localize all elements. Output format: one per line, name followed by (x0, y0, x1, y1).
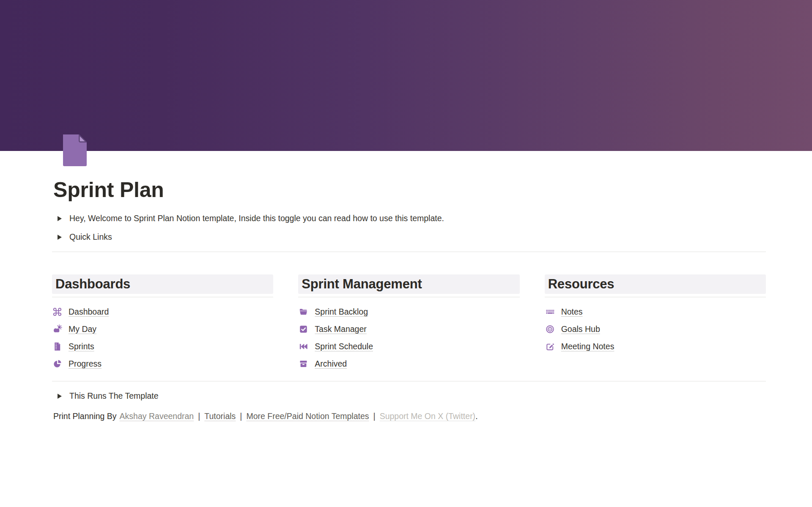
link-item-my-day[interactable]: My Day (52, 321, 273, 338)
footer-link-akshay-raveendran[interactable]: Akshay Raveendran (120, 411, 194, 421)
footer-link-more-templates[interactable]: More Free/Paid Notion Templates (246, 411, 369, 421)
link-label: Archived (315, 359, 347, 369)
link-item-meeting-notes[interactable]: Meeting Notes (545, 338, 766, 355)
link-label: Task Manager (315, 324, 366, 334)
link-item-task-manager[interactable]: Task Manager (298, 321, 519, 338)
column-dashboards: Dashboards Dashboard (52, 274, 273, 373)
open-folder-icon (298, 307, 309, 317)
column-sprint-management: Sprint Management Sprint Backlog (298, 274, 519, 373)
link-label: Dashboard (69, 307, 109, 317)
toggle-triangle-icon[interactable] (58, 394, 62, 399)
rewind-icon (298, 341, 309, 352)
divider (545, 297, 766, 297)
section-header-dashboards: Dashboards (52, 274, 273, 294)
columns: Dashboards Dashboard (52, 274, 766, 373)
link-label: Notes (561, 307, 583, 317)
link-label: Meeting Notes (561, 342, 614, 351)
divider (52, 252, 766, 252)
footer-suffix: . (475, 411, 477, 421)
keyboard-icon (545, 307, 555, 317)
command-icon (52, 307, 63, 317)
page-content: Sprint Plan Hey, Welcome to Sprint Plan … (52, 151, 766, 426)
toggle-triangle-icon[interactable] (58, 216, 62, 221)
link-label: Sprint Schedule (315, 342, 373, 351)
divider (52, 297, 273, 297)
toggle-quick-links-text: Quick Links (69, 232, 112, 242)
link-label: Sprint Backlog (315, 307, 368, 317)
link-item-archived[interactable]: Archived (298, 355, 519, 373)
target-icon (545, 324, 555, 334)
journal-page-icon (52, 341, 63, 352)
link-label: Progress (69, 359, 102, 369)
sun-behind-cloud-icon (52, 324, 63, 334)
cover-image (0, 0, 812, 151)
section-header-sprint-management: Sprint Management (298, 274, 519, 294)
archive-box-icon (298, 359, 309, 369)
footer-link-support-twitter[interactable]: Support Me On X (Twitter) (380, 411, 476, 421)
toggle-runs-template[interactable]: This Runs The Template (52, 387, 766, 406)
column-resources: Resources Notes (545, 274, 766, 373)
toggle-welcome[interactable]: Hey, Welcome to Sprint Plan Notion templ… (52, 209, 766, 228)
footer-link-tutorials[interactable]: Tutorials (204, 411, 236, 421)
divider (298, 297, 519, 297)
footer-separator: | (373, 411, 376, 421)
divider (52, 381, 766, 381)
link-item-sprints[interactable]: Sprints (52, 338, 273, 355)
footer-credits: Print Planning ByAkshay Raveendran|Tutor… (53, 407, 766, 426)
link-item-sprint-schedule[interactable]: Sprint Schedule (298, 338, 519, 355)
compose-edit-icon (545, 341, 555, 352)
link-item-notes[interactable]: Notes (545, 303, 766, 321)
toggle-quick-links[interactable]: Quick Links (52, 228, 766, 247)
link-item-sprint-backlog[interactable]: Sprint Backlog (298, 303, 519, 321)
toggle-triangle-icon[interactable] (58, 235, 62, 240)
page-title[interactable]: Sprint Plan (53, 178, 766, 203)
link-item-goals-hub[interactable]: Goals Hub (545, 321, 766, 338)
footer-separator: | (198, 411, 200, 421)
checked-checkbox-icon (298, 324, 309, 334)
link-item-progress[interactable]: Progress (52, 355, 273, 373)
link-label: My Day (69, 324, 96, 334)
link-item-dashboard[interactable]: Dashboard (52, 303, 273, 321)
section-header-resources: Resources (545, 274, 766, 294)
link-label: Goals Hub (561, 324, 600, 334)
footer-prefix: Print Planning By (53, 411, 117, 421)
toggle-welcome-text: Hey, Welcome to Sprint Plan Notion templ… (69, 214, 444, 223)
toggle-runs-template-text: This Runs The Template (69, 391, 159, 401)
pie-chart-icon (52, 359, 63, 369)
link-label: Sprints (69, 342, 94, 351)
footer-separator: | (240, 411, 242, 421)
